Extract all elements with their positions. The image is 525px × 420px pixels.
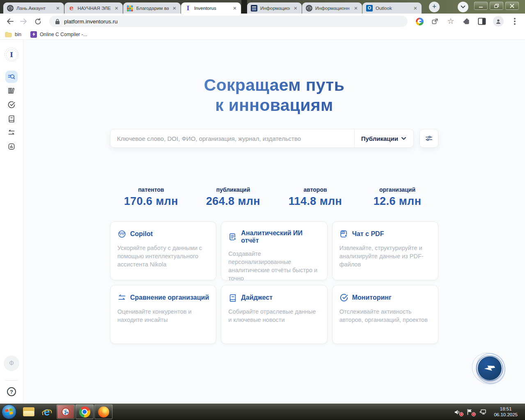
- nikola-bolt-icon: [483, 361, 497, 375]
- card-compare-orgs[interactable]: Сравнение организаций Оценивайте конкуре…: [110, 285, 216, 344]
- windows-logo-icon: [5, 409, 13, 415]
- tab-title: Outlook: [376, 6, 410, 11]
- tab-title: Информационн: [315, 6, 350, 11]
- close-icon[interactable]: ×: [55, 5, 61, 11]
- tab-blagodarim[interactable]: Благодарим вас ×: [123, 2, 181, 14]
- taskbar-firefox-icon[interactable]: [94, 404, 112, 419]
- card-body: Создавайте персонализированные аналитиче…: [228, 250, 320, 282]
- network-icon[interactable]: [479, 409, 486, 415]
- help-icon[interactable]: ?: [7, 387, 16, 396]
- user-avatar[interactable]: Ф: [4, 356, 19, 371]
- inventorus-icon: I: [185, 5, 191, 11]
- sidebar-item-monitoring[interactable]: [5, 99, 18, 111]
- scope-dropdown[interactable]: Публикации: [354, 129, 413, 147]
- sliders-icon: [425, 135, 433, 142]
- card-title: Сравнение организаций: [130, 294, 209, 301]
- taskbar-clock[interactable]: 18:51 06.10.2025: [491, 406, 520, 418]
- card-ai-report[interactable]: Аналитический ИИ отчёт Создавайте персон…: [221, 221, 327, 280]
- bookmark-star-icon[interactable]: ☆: [446, 17, 455, 26]
- circle-check-icon: [7, 101, 16, 109]
- card-body: Собирайте отраслевые данные и ключевые н…: [228, 308, 320, 324]
- tab-info-2[interactable]: Информационн ×: [302, 2, 362, 14]
- bookmark-bin[interactable]: bin: [5, 32, 21, 37]
- window-controls: [474, 2, 522, 10]
- nikola-assistant-button[interactable]: [478, 356, 502, 380]
- heading-line-1: Сокращаем путь: [110, 75, 438, 95]
- close-icon[interactable]: ×: [232, 5, 238, 11]
- share-icon[interactable]: [431, 17, 440, 26]
- forward-button[interactable]: [18, 16, 30, 27]
- bookmark-compiler[interactable]: Online C Compiler -...: [30, 31, 87, 38]
- tab-outlook[interactable]: O Outlook ×: [362, 2, 422, 14]
- sidebar-nav: [5, 71, 18, 153]
- app-sidebar: I: [0, 40, 23, 404]
- close-icon[interactable]: ×: [171, 5, 178, 11]
- compare-arrows-icon: [7, 129, 16, 137]
- volume-muted-icon[interactable]: ×: [454, 409, 462, 415]
- sidebar-item-digest[interactable]: [5, 112, 18, 125]
- news-icon: [251, 5, 257, 11]
- library-icon: [7, 87, 16, 95]
- reload-button[interactable]: [32, 16, 44, 27]
- tab-inventorus-active[interactable]: I Inventorus ×: [181, 2, 241, 14]
- svg-text:PDF: PDF: [341, 232, 344, 234]
- stat-patents: патентов 170.6 млн: [110, 186, 192, 208]
- side-panel-icon[interactable]: [477, 17, 486, 26]
- card-pdf-chat[interactable]: PDF Чат с PDF Извлекайте, структурируйте…: [332, 221, 438, 280]
- windows-taskbar: e × × 18:51 06.10.2025: [0, 404, 525, 420]
- taskbar-chrome-icon[interactable]: [76, 404, 94, 419]
- page-title: Сокращаем путь к инновациям: [110, 75, 438, 115]
- new-tab-button[interactable]: +: [429, 2, 440, 12]
- sidebar-item-compare[interactable]: [5, 126, 18, 139]
- taskbar-explorer-icon[interactable]: [20, 404, 38, 419]
- card-body: Оценивайте конкурентов и находите инсайт…: [117, 308, 209, 324]
- compare-arrows-icon: [117, 293, 126, 302]
- sidebar-item-library[interactable]: [5, 85, 18, 97]
- stat-value: 264.8 млн: [192, 195, 274, 208]
- start-button[interactable]: [2, 404, 16, 419]
- search-input[interactable]: [110, 135, 354, 142]
- profile-avatar-icon[interactable]: [493, 16, 504, 27]
- close-icon[interactable]: ×: [292, 5, 299, 11]
- robot-icon: [117, 230, 126, 239]
- scissors-icon: [63, 409, 69, 415]
- restore-button[interactable]: [490, 2, 503, 10]
- taskbar-ie-icon[interactable]: e: [38, 404, 56, 419]
- bookmark-label: bin: [15, 32, 21, 37]
- google-icon[interactable]: [415, 17, 424, 26]
- action-center-flag-icon[interactable]: ×: [467, 409, 474, 415]
- sidebar-divider: [5, 380, 18, 381]
- close-icon[interactable]: ×: [353, 5, 359, 11]
- menu-kebab-icon[interactable]: [510, 17, 519, 26]
- tab-title: Благодарим вас: [136, 6, 169, 11]
- bookmark-label: Online C Compiler -...: [40, 32, 87, 37]
- address-bar[interactable]: platform.inventorus.ru: [49, 16, 408, 27]
- tab-search-chevron-icon[interactable]: [458, 2, 468, 12]
- sidebar-item-analytics[interactable]: [5, 140, 18, 153]
- tab-lan-account[interactable]: Лань.Аккаунт ×: [3, 2, 64, 14]
- tab-title: Информационн: [260, 6, 290, 11]
- card-title: Аналитический ИИ отчёт: [241, 230, 320, 244]
- tab-elibrary[interactable]: e НАУЧНАЯ ЭЛЕК ×: [64, 2, 123, 14]
- clock-date: 06.10.2025: [494, 412, 518, 418]
- search-filters-button[interactable]: [420, 129, 438, 148]
- close-icon[interactable]: ×: [412, 5, 419, 11]
- globe-icon: [306, 5, 312, 11]
- bar-chart-icon: [7, 142, 16, 151]
- close-window-button[interactable]: [505, 2, 519, 10]
- back-button[interactable]: [4, 16, 16, 27]
- card-copilot[interactable]: Copilot Ускоряйте работу с данными с пом…: [110, 221, 216, 280]
- minimize-button[interactable]: [474, 2, 488, 10]
- taskbar-snipping-tool[interactable]: [57, 404, 75, 419]
- card-digest[interactable]: Дайджест Собирайте отраслевые данные и к…: [221, 285, 327, 344]
- card-monitoring[interactable]: Мониторинг Отслеживайте активность автор…: [332, 285, 438, 344]
- close-icon[interactable]: ×: [113, 5, 120, 11]
- chevron-down-icon: [401, 137, 406, 140]
- search-row: Публикации: [110, 129, 438, 148]
- tab-info-1[interactable]: Информационн ×: [247, 2, 302, 14]
- search-box: Публикации: [110, 129, 414, 148]
- tab-title: Лань.Аккаунт: [16, 6, 52, 11]
- extensions-puzzle-icon[interactable]: [462, 17, 471, 26]
- inventorus-logo[interactable]: I: [5, 48, 18, 62]
- sidebar-item-search[interactable]: [5, 71, 18, 83]
